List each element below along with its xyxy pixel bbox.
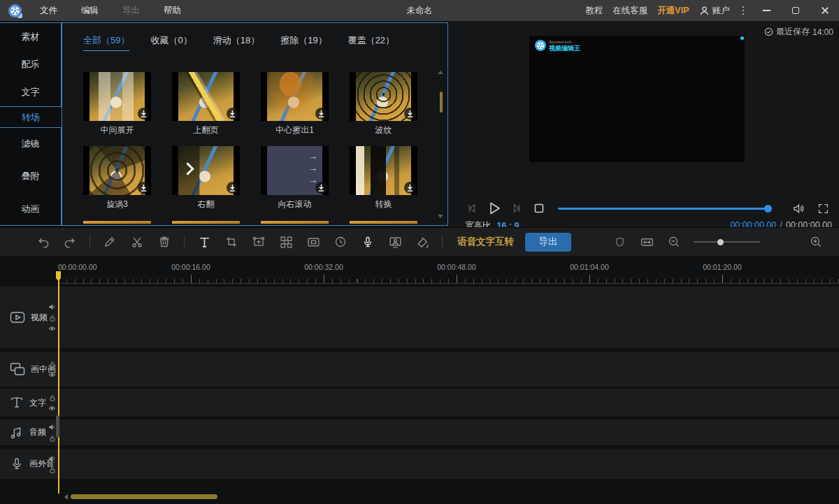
track-volume-icon[interactable] (48, 454, 56, 462)
download-icon[interactable] (138, 108, 150, 120)
track-lock-icon[interactable] (49, 361, 56, 368)
volume-icon[interactable] (792, 198, 805, 219)
next-frame-button[interactable] (511, 198, 524, 219)
track-lock-icon[interactable] (49, 434, 56, 442)
track-visibility-icon[interactable] (48, 372, 56, 378)
sidebar-item-media[interactable]: 素材 (0, 27, 61, 48)
sidebar-item-music[interactable]: 配乐 (0, 54, 61, 75)
download-icon[interactable] (315, 182, 327, 194)
menu-help[interactable]: 帮助 (158, 5, 187, 17)
duration-clock-icon[interactable] (333, 234, 348, 250)
download-icon[interactable] (315, 108, 327, 120)
sidebar-item-overlays[interactable]: 叠附 (0, 166, 61, 187)
track-visibility-icon[interactable] (48, 326, 56, 332)
delete-trash-icon[interactable] (157, 234, 172, 250)
track-lock-icon[interactable] (49, 394, 56, 402)
ruler-label: 00:01:04.00 (570, 263, 608, 271)
tab-wipe[interactable]: 擦除（19） (280, 34, 327, 51)
fullscreen-icon[interactable] (817, 198, 829, 219)
edit-pencil-icon[interactable] (102, 234, 117, 250)
download-icon[interactable] (404, 182, 416, 194)
minimize-button[interactable] (756, 0, 776, 21)
track-pip[interactable]: 画中画 (0, 352, 839, 387)
download-icon[interactable] (227, 182, 238, 194)
transition-item[interactable]: 中间展开 (83, 72, 151, 136)
crop-icon[interactable] (224, 234, 239, 250)
sidebar-item-text[interactable]: 文字 (0, 82, 61, 103)
sidebar-item-filters[interactable]: 滤镜 (0, 134, 61, 154)
stage-resize-handle[interactable] (740, 36, 744, 40)
menu-edit[interactable]: 编辑 (76, 5, 104, 17)
panel-scroll-up-icon[interactable] (438, 71, 443, 74)
timeline-ruler[interactable]: 00:00:00.00 00:00:16.00 00:00:32.00 00:0… (0, 259, 839, 284)
redo-icon[interactable] (62, 234, 78, 250)
track-text[interactable]: 文字 (0, 389, 839, 417)
transition-item[interactable]: 中心擦出1 (261, 72, 329, 136)
split-scissors-icon[interactable] (129, 234, 145, 250)
video-preview-stage[interactable]: Apowersoft 视频编辑王 (529, 36, 745, 162)
tab-slide[interactable]: 滑动（18） (213, 34, 259, 51)
vip-link[interactable]: 开通VIP (657, 5, 689, 17)
download-icon[interactable] (404, 108, 416, 120)
scroll-left-arrow-icon[interactable] (64, 494, 68, 500)
timeline-zoom-slider[interactable] (694, 241, 760, 243)
horizontal-scrollbar-thumb[interactable] (71, 494, 217, 499)
transition-item[interactable]: 旋涡3 (83, 146, 151, 210)
track-audio[interactable]: 音频 (0, 419, 839, 445)
tab-cover[interactable]: 覆盖（22） (348, 34, 394, 51)
account-button[interactable]: 账户 (699, 5, 730, 17)
timeline-horizontal-scrollbar[interactable] (0, 494, 839, 500)
text-tool-icon[interactable] (196, 234, 212, 250)
close-button[interactable] (815, 0, 835, 21)
sidebar-item-transitions[interactable]: 转场 (0, 107, 62, 127)
panel-scrollbar-thumb[interactable] (440, 92, 443, 113)
seek-thumb[interactable] (764, 205, 772, 213)
track-video[interactable]: 视频 (0, 287, 839, 348)
speech-text-convert-link[interactable]: 语音文字互转 (457, 236, 514, 248)
chroma-key-icon[interactable] (415, 234, 430, 250)
tab-all[interactable]: 全部（59） (83, 34, 129, 51)
export-button[interactable]: 导出 (525, 233, 571, 252)
pip-frame-icon[interactable] (306, 234, 321, 250)
support-link[interactable]: 在线客服 (612, 5, 647, 17)
transition-item[interactable]: 右翻 (172, 146, 240, 210)
previous-frame-button[interactable] (465, 198, 478, 219)
transitions-row-2: 旋涡3 右翻 →→→ 向右滚动 转换 (83, 146, 417, 210)
tab-favorites[interactable]: 收藏（0） (150, 34, 192, 51)
more-menu-icon[interactable] (740, 6, 747, 15)
seek-bar[interactable] (558, 208, 772, 210)
track-scrollbar-thumb[interactable] (56, 415, 59, 438)
undo-icon[interactable] (35, 234, 50, 250)
panel-scroll-down-icon[interactable] (438, 215, 443, 218)
timeline-zoom-slider-thumb[interactable] (717, 239, 724, 245)
transition-item[interactable]: →→→ 向右滚动 (261, 146, 329, 210)
track-lock-icon[interactable] (49, 466, 56, 473)
zoom-in-icon[interactable] (808, 234, 824, 250)
transitions-tabs: 全部（59） 收藏（0） 滑动（18） 擦除（19） 覆盖（22） (83, 34, 394, 51)
menu-file[interactable]: 文件 (34, 5, 63, 17)
screen-record-icon[interactable] (387, 234, 403, 250)
pip-track-icon (9, 361, 26, 377)
transition-item[interactable]: 转换 (350, 146, 417, 210)
mosaic-icon[interactable] (278, 234, 294, 250)
transition-item[interactable]: 波纹 (350, 72, 417, 136)
fit-timeline-icon[interactable] (639, 234, 654, 250)
zoom-out-icon[interactable] (666, 234, 682, 250)
track-volume-icon[interactable] (48, 303, 56, 311)
sidebar-item-animation[interactable]: 动画 (0, 199, 61, 219)
zoom-region-icon[interactable] (251, 234, 266, 250)
maximize-button[interactable] (786, 0, 805, 21)
play-button[interactable] (486, 198, 503, 219)
track-visibility-icon[interactable] (48, 405, 56, 412)
microphone-icon[interactable] (360, 234, 375, 250)
video-track-icon (9, 309, 26, 326)
tutorial-link[interactable]: 教程 (585, 5, 603, 17)
transition-item[interactable]: 上翻页 (172, 72, 240, 136)
download-icon[interactable] (227, 108, 238, 120)
track-voiceover[interactable]: 画外音 (0, 449, 839, 479)
download-icon[interactable] (138, 182, 150, 194)
marker-shield-icon[interactable] (612, 234, 627, 250)
track-lock-icon[interactable] (49, 315, 56, 322)
track-volume-icon[interactable] (48, 423, 56, 431)
stop-button[interactable] (533, 198, 545, 219)
